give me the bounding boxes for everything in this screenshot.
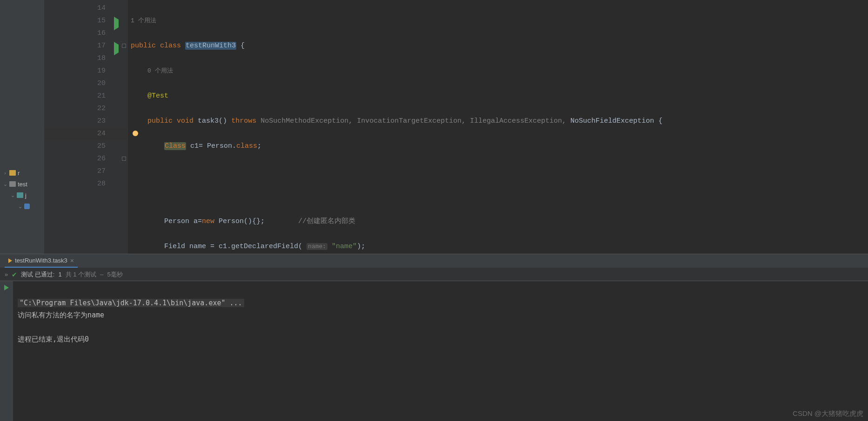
console-line: 访问私有方法的名字为name	[18, 311, 104, 319]
comment: //创建匿名内部类	[298, 217, 355, 225]
status-text: 测试 已通过:	[21, 270, 54, 279]
line-number: 19	[97, 65, 106, 77]
code-editor: 14 15 16 17 18 19 20 21 22 23 24	[44, 0, 868, 254]
line-number: 24	[97, 127, 106, 140]
class-name: testRunWith3	[185, 42, 236, 50]
line-number: 26	[97, 152, 106, 165]
rerun-icon[interactable]	[3, 284, 10, 291]
usage-hint[interactable]: 0 个用法	[147, 67, 173, 74]
line-number: 23	[97, 115, 106, 127]
console-output[interactable]: "C:\Program Files\Java\jdk-17.0.4.1\bin\…	[13, 281, 868, 421]
run-class-icon[interactable]	[112, 17, 119, 24]
ide-root: › r ⌄ test ⌄ j ⌄ 14	[0, 0, 868, 421]
run-tool-window: testRunWith3.task3 × » ✔ 测试 已通过: 1共 1 个测…	[0, 254, 868, 421]
chevron-right-icon[interactable]: »	[5, 271, 8, 278]
line-number: 15	[97, 14, 106, 27]
run-test-icon[interactable]	[112, 42, 119, 49]
line-number: 25	[97, 140, 106, 152]
tree-row[interactable]: ⌄	[0, 201, 44, 212]
parens: ()	[219, 117, 227, 125]
param-hint: name:	[307, 243, 327, 250]
watermark: CSDN @大猪猪吃虎虎	[793, 409, 863, 418]
console-line: 进程已结束,退出代码0	[18, 335, 89, 343]
tree-label: test	[18, 181, 27, 188]
code-text: Person a=	[164, 217, 202, 225]
keyword: class	[160, 42, 181, 50]
chevron-down-icon: ⌄	[10, 192, 15, 198]
check-icon: ✔	[12, 271, 17, 278]
folder-icon	[9, 170, 16, 176]
method-name: task3	[198, 117, 219, 125]
code-text: Person(){};	[214, 217, 265, 225]
exception: NoSuchFieldException	[570, 117, 654, 125]
keyword: public	[147, 117, 173, 125]
tree-label: r	[18, 170, 20, 177]
console-area: "C:\Program Files\Java\jdk-17.0.4.1\bin\…	[0, 281, 868, 421]
semicolon: ;	[257, 142, 261, 150]
string: "name"	[332, 243, 357, 250]
chevron-down-icon: ⌄	[18, 204, 22, 210]
gutter[interactable]: 14 15 16 17 18 19 20 21 22 23 24	[44, 0, 128, 254]
line-number: 20	[97, 77, 106, 90]
run-tab-label: testRunWith3.task3	[15, 257, 67, 264]
folder-icon	[17, 192, 23, 198]
test-status-bar: » ✔ 测试 已通过: 1共 1 个测试 – 5毫秒	[0, 268, 868, 281]
run-tab-icon	[8, 258, 12, 263]
annotation: @Test	[147, 92, 168, 100]
editor-with-sidebar: › r ⌄ test ⌄ j ⌄ 14	[0, 0, 868, 254]
keyword: class	[236, 142, 257, 150]
line-number: 22	[97, 102, 106, 115]
exceptions: NoSuchMethodException, InvocationTargetE…	[256, 117, 570, 125]
tree-row[interactable]: › r	[0, 167, 44, 178]
code-area[interactable]: 14 15 16 17 18 19 20 21 22 23 24	[44, 0, 868, 254]
status-total: 共 1 个测试	[66, 270, 96, 279]
keyword: Class	[164, 142, 186, 150]
chevron-right-icon: ›	[3, 170, 7, 176]
keyword: new	[202, 217, 214, 225]
folder-icon	[9, 181, 16, 187]
code-text: Field name = c1.getDeclaredField(	[164, 243, 307, 250]
fold-icon[interactable]	[122, 157, 126, 161]
keyword: void	[177, 117, 194, 125]
code-text: c1= Person.	[186, 142, 236, 150]
file-icon	[24, 204, 30, 209]
line-number: 16	[97, 27, 106, 39]
lightbulb-icon[interactable]	[133, 131, 138, 136]
status-dash: –	[100, 271, 103, 278]
line-number: 14	[97, 2, 106, 14]
run-toolbar[interactable]	[0, 281, 13, 421]
status-time: 5毫秒	[107, 270, 122, 279]
close-icon[interactable]: ×	[70, 257, 74, 264]
tree-row[interactable]: ⌄ test	[0, 178, 44, 190]
brace: {	[654, 117, 662, 125]
console-command: "C:\Program Files\Java\jdk-17.0.4.1\bin\…	[18, 299, 244, 307]
tree-label: j	[25, 192, 27, 199]
run-tabs[interactable]: testRunWith3.task3 ×	[0, 254, 868, 268]
line-number: 17	[97, 39, 106, 52]
code-text: );	[357, 243, 365, 250]
keyword: throws	[231, 117, 256, 125]
line-number: 18	[97, 52, 106, 65]
run-tab-active[interactable]: testRunWith3.task3 ×	[5, 255, 78, 268]
fold-icon[interactable]	[122, 44, 126, 48]
svg-marker-0	[4, 285, 9, 290]
usage-hint[interactable]: 1 个用法	[131, 17, 156, 24]
keyword: public	[131, 42, 156, 50]
line-number: 28	[97, 178, 106, 190]
line-number: 21	[97, 90, 106, 102]
project-sidebar[interactable]: › r ⌄ test ⌄ j ⌄	[0, 0, 44, 254]
code-content[interactable]: 1 个用法 public class testRunWith3 { 0 个用法 …	[128, 0, 868, 254]
line-number: 27	[97, 165, 106, 178]
chevron-down-icon: ⌄	[3, 181, 7, 187]
brace: {	[236, 42, 245, 50]
tree-row[interactable]: ⌄ j	[0, 190, 44, 201]
status-count: 1	[58, 271, 61, 278]
